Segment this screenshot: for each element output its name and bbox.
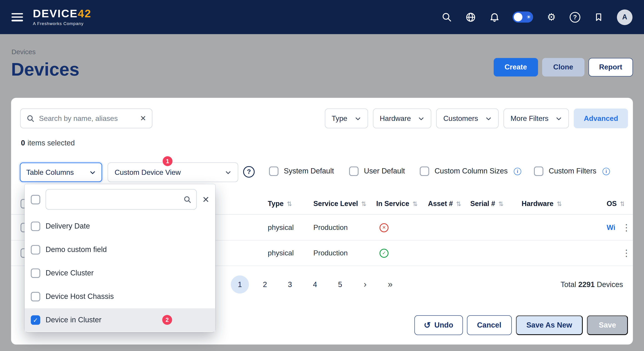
checkbox[interactable] bbox=[31, 221, 40, 231]
row-menu[interactable]: ⋮ bbox=[622, 241, 631, 266]
sun-icon: ☀ bbox=[526, 14, 531, 21]
sort-icon[interactable]: ⇅ bbox=[412, 200, 418, 208]
last-page-icon[interactable]: » bbox=[381, 275, 399, 293]
search-icon[interactable] bbox=[441, 12, 452, 23]
globe-icon[interactable] bbox=[465, 12, 476, 23]
kebab-menu-icon[interactable]: ⋮ bbox=[622, 248, 631, 258]
column-header-hardware[interactable]: Hardware⇅ bbox=[522, 193, 562, 214]
custom-device-view-dropdown[interactable]: Custom Device View 1 bbox=[108, 162, 238, 182]
checkbox[interactable] bbox=[31, 245, 40, 254]
logo-text: DEVICE bbox=[33, 8, 78, 20]
custom-column-sizes-option[interactable]: Custom Column Sizes i bbox=[420, 166, 521, 176]
search-icon bbox=[183, 195, 192, 203]
sort-icon[interactable]: ⇅ bbox=[361, 200, 366, 208]
column-option-delivery-date[interactable]: Delivery Date bbox=[24, 215, 215, 238]
user-default-option[interactable]: User Default bbox=[349, 166, 405, 176]
sort-icon[interactable]: ⇅ bbox=[620, 200, 624, 208]
column-header-service-level[interactable]: Service Level⇅ bbox=[313, 193, 366, 214]
pagination: 1 2 3 4 5 › » bbox=[231, 275, 399, 293]
column-header-asset[interactable]: Asset #⇅ bbox=[428, 193, 461, 214]
advanced-filters-button[interactable]: Advanced bbox=[574, 109, 628, 128]
sort-icon[interactable]: ⇅ bbox=[498, 200, 504, 208]
custom-column-sizes-checkbox[interactable] bbox=[420, 166, 429, 176]
chevron-down-icon bbox=[556, 115, 562, 122]
save-button[interactable]: Save bbox=[587, 315, 628, 335]
sort-icon[interactable]: ⇅ bbox=[557, 200, 562, 208]
more-filters-select[interactable]: More Filters bbox=[504, 109, 569, 128]
column-option-device-host-chassis[interactable]: Device Host Chassis bbox=[24, 285, 215, 308]
not-in-service-icon: ✕ bbox=[380, 223, 389, 232]
row-menu[interactable]: ⋮ bbox=[622, 215, 631, 240]
column-option-label: Device Host Chassis bbox=[46, 292, 114, 301]
cancel-button[interactable]: Cancel bbox=[467, 315, 512, 335]
hardware-filter-select[interactable]: Hardware bbox=[373, 109, 432, 128]
close-panel-icon[interactable]: ✕ bbox=[202, 195, 210, 204]
column-search-box[interactable] bbox=[46, 189, 197, 210]
custom-filters-option[interactable]: Custom Filters i bbox=[534, 166, 610, 176]
user-default-checkbox[interactable] bbox=[349, 166, 358, 176]
logo-accent-text: 42 bbox=[78, 8, 92, 20]
clone-button[interactable]: Clone bbox=[542, 58, 584, 77]
column-option-device-in-cluster[interactable]: ✓ Device in Cluster 2 bbox=[24, 308, 215, 332]
column-header-type[interactable]: Type⇅ bbox=[268, 193, 292, 214]
clear-search-icon[interactable]: ✕ bbox=[140, 115, 146, 122]
column-header-serial[interactable]: Serial #⇅ bbox=[470, 193, 504, 214]
system-default-checkbox[interactable] bbox=[269, 166, 278, 176]
undo-button[interactable]: ↺ Undo bbox=[414, 315, 463, 335]
notifications-bell-icon[interactable] bbox=[489, 12, 500, 23]
cell-service-level: Production bbox=[313, 241, 348, 266]
os-link[interactable]: Wi bbox=[607, 223, 615, 232]
settings-gear-icon[interactable]: ⚙ bbox=[546, 12, 557, 23]
undo-icon: ↺ bbox=[424, 321, 430, 329]
next-page-icon[interactable]: › bbox=[356, 275, 374, 293]
breadcrumb[interactable]: Devices bbox=[12, 48, 36, 56]
chevron-down-icon bbox=[418, 115, 424, 122]
column-header-os[interactable]: OS⇅ bbox=[607, 193, 624, 214]
total-count: 2291 bbox=[578, 280, 595, 289]
info-icon[interactable]: i bbox=[514, 168, 522, 175]
help-icon[interactable]: ? bbox=[570, 12, 580, 22]
create-button[interactable]: Create bbox=[494, 58, 538, 77]
filter-bar: Type Hardware Customers More Filters Adv… bbox=[325, 109, 628, 128]
panel-search-row: ✕ bbox=[24, 184, 215, 215]
checkbox[interactable] bbox=[31, 268, 40, 278]
info-icon[interactable]: i bbox=[602, 168, 610, 175]
view-help-icon[interactable]: ? bbox=[243, 166, 255, 178]
system-default-option[interactable]: System Default bbox=[269, 166, 334, 176]
checkbox-checked[interactable]: ✓ bbox=[31, 315, 40, 325]
report-button[interactable]: Report bbox=[588, 58, 633, 77]
option-label: System Default bbox=[284, 167, 334, 176]
device-search-box[interactable]: ✕ bbox=[20, 109, 152, 128]
bookmark-icon[interactable] bbox=[593, 12, 604, 23]
column-header-in-service[interactable]: In Service⇅ bbox=[376, 193, 418, 214]
page-3-button[interactable]: 3 bbox=[281, 275, 299, 293]
toggle-knob bbox=[514, 13, 522, 22]
checkbox[interactable] bbox=[31, 292, 40, 301]
page-5-button[interactable]: 5 bbox=[331, 275, 349, 293]
save-as-new-button[interactable]: Save As New bbox=[516, 315, 583, 335]
device-search-input[interactable] bbox=[39, 114, 136, 123]
logo-subtitle: A Freshworks Company bbox=[33, 21, 92, 26]
page-title: Devices bbox=[11, 59, 79, 80]
column-option-demo-custom-field[interactable]: Demo custom field bbox=[24, 238, 215, 261]
kebab-menu-icon[interactable]: ⋮ bbox=[622, 222, 631, 233]
sort-icon[interactable]: ⇅ bbox=[287, 200, 292, 208]
theme-toggle[interactable]: ☀ bbox=[512, 12, 533, 23]
user-avatar[interactable]: A bbox=[617, 9, 633, 25]
page-2-button[interactable]: 2 bbox=[256, 275, 274, 293]
page-4-button[interactable]: 4 bbox=[306, 275, 324, 293]
table-columns-dropdown[interactable]: Table Columns bbox=[20, 162, 102, 182]
cell-os: Wi bbox=[607, 215, 624, 240]
select-all-columns-checkbox[interactable] bbox=[31, 195, 40, 204]
menu-icon[interactable] bbox=[12, 13, 23, 21]
chevron-down-icon bbox=[355, 115, 361, 122]
custom-filters-checkbox[interactable] bbox=[534, 166, 544, 176]
footer-actions: ↺ Undo Cancel Save As New Save bbox=[414, 315, 628, 335]
customers-filter-select[interactable]: Customers bbox=[436, 109, 499, 128]
type-filter-select[interactable]: Type bbox=[325, 109, 368, 128]
selected-label: items selected bbox=[28, 139, 75, 147]
column-option-device-cluster[interactable]: Device Cluster bbox=[24, 261, 215, 285]
column-search-input[interactable] bbox=[52, 195, 180, 204]
sort-icon[interactable]: ⇅ bbox=[456, 200, 462, 208]
page-1-button[interactable]: 1 bbox=[231, 275, 249, 293]
